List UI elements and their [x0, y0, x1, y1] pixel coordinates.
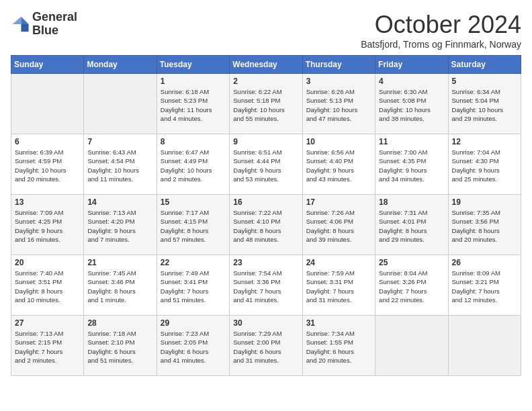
day-number: 24: [306, 258, 371, 267]
day-number: 23: [233, 258, 298, 267]
day-info: Sunrise: 8:09 AM Sunset: 3:21 PM Dayligh…: [452, 269, 517, 304]
calendar-cell: 12Sunrise: 7:04 AM Sunset: 4:30 PM Dayli…: [448, 134, 521, 195]
calendar-row-1: 1Sunrise: 6:18 AM Sunset: 5:23 PM Daylig…: [11, 74, 521, 134]
calendar-cell: 6Sunrise: 6:39 AM Sunset: 4:59 PM Daylig…: [11, 134, 84, 195]
day-info: Sunrise: 7:13 AM Sunset: 2:15 PM Dayligh…: [15, 329, 80, 365]
calendar-cell: 31Sunrise: 7:34 AM Sunset: 1:55 PM Dayli…: [302, 316, 375, 376]
day-info: Sunrise: 6:51 AM Sunset: 4:44 PM Dayligh…: [233, 148, 298, 183]
calendar-cell: [448, 316, 521, 376]
weekday-header-sunday: Sunday: [11, 56, 84, 74]
month-title: October 2024: [361, 11, 521, 39]
calendar-cell: [84, 74, 157, 134]
day-info: Sunrise: 7:22 AM Sunset: 4:10 PM Dayligh…: [233, 208, 298, 244]
weekday-header-tuesday: Tuesday: [157, 56, 229, 74]
day-number: 5: [452, 77, 517, 86]
logo: General Blue: [11, 11, 77, 38]
day-info: Sunrise: 6:43 AM Sunset: 4:54 PM Dayligh…: [87, 148, 152, 183]
calendar-cell: 25Sunrise: 8:04 AM Sunset: 3:26 PM Dayli…: [375, 255, 448, 316]
title-section: October 2024 Batsfjord, Troms og Finnmar…: [361, 11, 521, 50]
day-info: Sunrise: 7:23 AM Sunset: 2:05 PM Dayligh…: [161, 329, 226, 365]
day-info: Sunrise: 8:04 AM Sunset: 3:26 PM Dayligh…: [379, 269, 444, 304]
day-info: Sunrise: 6:26 AM Sunset: 5:13 PM Dayligh…: [306, 87, 371, 123]
weekday-header-wednesday: Wednesday: [230, 56, 302, 74]
day-info: Sunrise: 7:26 AM Sunset: 4:06 PM Dayligh…: [306, 208, 371, 244]
calendar-cell: 28Sunrise: 7:18 AM Sunset: 2:10 PM Dayli…: [84, 316, 157, 376]
day-number: 20: [15, 258, 80, 267]
calendar-cell: 23Sunrise: 7:54 AM Sunset: 3:36 PM Dayli…: [230, 255, 302, 316]
day-number: 10: [306, 137, 371, 146]
day-number: 6: [15, 137, 80, 146]
day-info: Sunrise: 7:31 AM Sunset: 4:01 PM Dayligh…: [379, 208, 444, 244]
day-number: 21: [87, 258, 152, 267]
day-number: 11: [379, 137, 444, 146]
day-info: Sunrise: 7:04 AM Sunset: 4:30 PM Dayligh…: [452, 148, 517, 183]
calendar-cell: 5Sunrise: 6:34 AM Sunset: 5:04 PM Daylig…: [448, 74, 521, 134]
calendar-cell: 17Sunrise: 7:26 AM Sunset: 4:06 PM Dayli…: [302, 195, 375, 255]
day-info: Sunrise: 7:35 AM Sunset: 3:56 PM Dayligh…: [452, 208, 517, 244]
day-number: 8: [161, 137, 226, 146]
day-number: 22: [161, 258, 226, 267]
day-info: Sunrise: 7:59 AM Sunset: 3:31 PM Dayligh…: [306, 269, 371, 304]
weekday-header-monday: Monday: [84, 56, 157, 74]
day-number: 13: [15, 197, 80, 207]
day-info: Sunrise: 7:17 AM Sunset: 4:15 PM Dayligh…: [161, 208, 226, 244]
day-info: Sunrise: 6:39 AM Sunset: 4:59 PM Dayligh…: [15, 148, 80, 183]
day-number: 3: [306, 77, 371, 86]
day-number: 18: [379, 197, 444, 207]
weekday-header-row: SundayMondayTuesdayWednesdayThursdayFrid…: [11, 56, 521, 74]
calendar-cell: 24Sunrise: 7:59 AM Sunset: 3:31 PM Dayli…: [302, 255, 375, 316]
calendar-cell: 13Sunrise: 7:09 AM Sunset: 4:25 PM Dayli…: [11, 195, 84, 255]
day-info: Sunrise: 7:13 AM Sunset: 4:20 PM Dayligh…: [87, 208, 152, 244]
calendar-cell: 21Sunrise: 7:45 AM Sunset: 3:46 PM Dayli…: [84, 255, 157, 316]
day-number: 29: [161, 318, 226, 328]
location: Batsfjord, Troms og Finnmark, Norway: [361, 39, 521, 50]
day-number: 31: [306, 318, 371, 328]
day-info: Sunrise: 7:18 AM Sunset: 2:10 PM Dayligh…: [87, 329, 152, 365]
calendar-cell: 27Sunrise: 7:13 AM Sunset: 2:15 PM Dayli…: [11, 316, 84, 376]
day-number: 1: [161, 77, 226, 86]
day-number: 26: [452, 258, 517, 267]
day-number: 12: [452, 137, 517, 146]
day-number: 28: [87, 318, 152, 328]
day-number: 17: [306, 197, 371, 207]
day-info: Sunrise: 7:34 AM Sunset: 1:55 PM Dayligh…: [306, 329, 371, 365]
day-info: Sunrise: 7:00 AM Sunset: 4:35 PM Dayligh…: [379, 148, 444, 183]
day-info: Sunrise: 6:18 AM Sunset: 5:23 PM Dayligh…: [161, 87, 226, 123]
day-info: Sunrise: 6:30 AM Sunset: 5:08 PM Dayligh…: [379, 87, 444, 123]
calendar-cell: 9Sunrise: 6:51 AM Sunset: 4:44 PM Daylig…: [230, 134, 302, 195]
svg-marker-2: [21, 24, 28, 32]
day-info: Sunrise: 7:45 AM Sunset: 3:46 PM Dayligh…: [87, 269, 152, 304]
calendar-cell: 1Sunrise: 6:18 AM Sunset: 5:23 PM Daylig…: [157, 74, 229, 134]
weekday-header-saturday: Saturday: [448, 56, 521, 74]
page-header: General Blue October 2024 Batsfjord, Tro…: [11, 11, 521, 50]
calendar-cell: 19Sunrise: 7:35 AM Sunset: 3:56 PM Dayli…: [448, 195, 521, 255]
day-info: Sunrise: 7:29 AM Sunset: 2:00 PM Dayligh…: [233, 329, 298, 365]
calendar-cell: [11, 74, 84, 134]
calendar-cell: 11Sunrise: 7:00 AM Sunset: 4:35 PM Dayli…: [375, 134, 448, 195]
calendar-cell: 22Sunrise: 7:49 AM Sunset: 3:41 PM Dayli…: [157, 255, 229, 316]
calendar-row-2: 6Sunrise: 6:39 AM Sunset: 4:59 PM Daylig…: [11, 134, 521, 195]
calendar-cell: 20Sunrise: 7:40 AM Sunset: 3:51 PM Dayli…: [11, 255, 84, 316]
calendar-cell: 3Sunrise: 6:26 AM Sunset: 5:13 PM Daylig…: [302, 74, 375, 134]
calendar-cell: 4Sunrise: 6:30 AM Sunset: 5:08 PM Daylig…: [375, 74, 448, 134]
calendar-cell: 14Sunrise: 7:13 AM Sunset: 4:20 PM Dayli…: [84, 195, 157, 255]
calendar-cell: 10Sunrise: 6:56 AM Sunset: 4:40 PM Dayli…: [302, 134, 375, 195]
calendar-cell: 30Sunrise: 7:29 AM Sunset: 2:00 PM Dayli…: [230, 316, 302, 376]
day-number: 16: [233, 197, 298, 207]
day-info: Sunrise: 7:54 AM Sunset: 3:36 PM Dayligh…: [233, 269, 298, 304]
calendar-cell: 2Sunrise: 6:22 AM Sunset: 5:18 PM Daylig…: [230, 74, 302, 134]
calendar-row-5: 27Sunrise: 7:13 AM Sunset: 2:15 PM Dayli…: [11, 316, 521, 376]
calendar-cell: 16Sunrise: 7:22 AM Sunset: 4:10 PM Dayli…: [230, 195, 302, 255]
day-number: 9: [233, 137, 298, 146]
calendar-cell: 7Sunrise: 6:43 AM Sunset: 4:54 PM Daylig…: [84, 134, 157, 195]
day-info: Sunrise: 6:47 AM Sunset: 4:49 PM Dayligh…: [161, 148, 226, 183]
day-number: 15: [161, 197, 226, 207]
calendar-cell: 26Sunrise: 8:09 AM Sunset: 3:21 PM Dayli…: [448, 255, 521, 316]
day-number: 30: [233, 318, 298, 328]
calendar-row-4: 20Sunrise: 7:40 AM Sunset: 3:51 PM Dayli…: [11, 255, 521, 316]
calendar-cell: 15Sunrise: 7:17 AM Sunset: 4:15 PM Dayli…: [157, 195, 229, 255]
weekday-header-thursday: Thursday: [302, 56, 375, 74]
day-info: Sunrise: 7:49 AM Sunset: 3:41 PM Dayligh…: [161, 269, 226, 304]
day-info: Sunrise: 6:22 AM Sunset: 5:18 PM Dayligh…: [233, 87, 298, 123]
day-info: Sunrise: 7:40 AM Sunset: 3:51 PM Dayligh…: [15, 269, 80, 304]
